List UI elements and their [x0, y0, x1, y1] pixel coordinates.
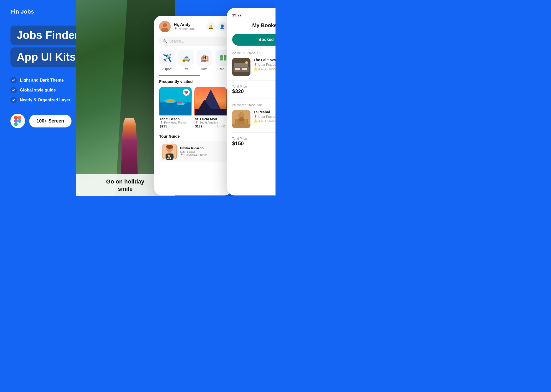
- user-location: 📍 Netherlands: [174, 27, 195, 31]
- booked-button[interactable]: Booked: [232, 34, 276, 46]
- tahiti-image: ❤️: [159, 87, 192, 115]
- check-icon-2: [10, 87, 17, 93]
- guide-price: $25 (1 Day): [180, 150, 207, 153]
- card1-header: Hi, Andy 📍 Netherlands 🔔 👤: [159, 21, 227, 32]
- lalit-price-value: $320: [232, 88, 276, 94]
- notification-button[interactable]: 🔔: [206, 22, 215, 31]
- tahiti-info: Tahiti Beach 📍 Polynesia, French $235: [159, 115, 192, 130]
- tahiti-location: 📍 Polynesia, French: [160, 121, 191, 124]
- check-icon-3: [10, 97, 17, 103]
- taj-rating: ⭐ 4.4 (41 Review: [254, 119, 276, 123]
- date-header-1: 22 march 2022, Thu: [232, 51, 276, 55]
- svg-rect-32: [235, 68, 240, 70]
- svg-rect-20: [178, 102, 182, 103]
- taj-location: 📍 Uttar Pradesh: [254, 115, 276, 119]
- svg-rect-12: [224, 55, 226, 58]
- svg-rect-4: [18, 116, 21, 119]
- svg-rect-41: [232, 124, 250, 128]
- tahiti-favorite-button[interactable]: ❤️: [183, 89, 190, 96]
- svg-rect-11: [220, 55, 223, 58]
- svg-rect-13: [220, 58, 223, 60]
- guide-info: Emilia Ricardo $25 (1 Day) 📍 Polynesia, …: [180, 146, 207, 157]
- search-bar[interactable]: 🔍 Search...: [159, 36, 227, 46]
- lalit-rating: ⭐ 4.4 (41 Review: [254, 67, 276, 71]
- feature-label-2: Global style guide: [20, 88, 56, 93]
- lalit-price-section: Total Price $320: [232, 85, 276, 99]
- destination-row: ❤️ Tahiti Beach 📍 Polynesia, French $235: [159, 87, 227, 130]
- lucia-location: 📍 South America: [195, 121, 226, 124]
- frequently-visited-title: Frequently visited: [159, 79, 227, 84]
- tahiti-name: Tahiti Beach: [160, 117, 191, 121]
- taj-booking-info: Taj Mahal 📍 Uttar Pradesh ⭐ 4.4 (41 Revi…: [254, 110, 276, 123]
- user-greeting: Hi, Andy: [174, 22, 195, 27]
- category-airport[interactable]: ✈️ Airport: [159, 50, 175, 71]
- booking-item-taj[interactable]: Taj Mahal 📍 Uttar Pradesh ⭐ 4.4 (41 Revi…: [232, 110, 276, 133]
- taj-price-section: Total Price $150: [232, 137, 276, 146]
- category-hotel[interactable]: 🏨 Hotel: [197, 50, 212, 71]
- guide-name: Emilia Ricardo: [180, 146, 207, 150]
- date-header-2: 25 march 2022, Sat: [232, 103, 276, 107]
- screen-count-badge: 100+ Screen: [29, 115, 71, 127]
- svg-rect-19: [168, 100, 173, 101]
- card1-action-icons: 🔔 👤: [206, 22, 227, 31]
- svg-rect-14: [224, 58, 226, 60]
- progress-bar: [159, 75, 200, 76]
- more-label: Mo...: [220, 67, 227, 71]
- search-icon: 🔍: [163, 39, 167, 43]
- lalit-location: 📍 Uttar Pradesh: [254, 63, 276, 66]
- lucia-image: [194, 87, 227, 115]
- svg-point-28: [166, 145, 173, 149]
- svg-rect-3: [14, 116, 18, 119]
- profile-button[interactable]: 👤: [218, 22, 227, 31]
- category-taxi[interactable]: 🚕 Taxi: [178, 50, 194, 71]
- taj-image: [232, 110, 250, 128]
- taj-hotel-photo: [232, 110, 250, 128]
- airport-label: Airport: [162, 67, 171, 71]
- lucia-name: St. Lucia Mou...: [195, 117, 226, 121]
- user-avatar: [159, 21, 171, 32]
- dest-card-lucia[interactable]: St. Lucia Mou... 📍 South America $182 4.…: [194, 87, 227, 130]
- taxi-icon-box: 🚕: [178, 50, 194, 66]
- location-pin-icon: 📍: [174, 27, 178, 31]
- svg-point-34: [245, 61, 248, 64]
- my-booked-title: My Booked: [232, 22, 276, 28]
- svg-rect-5: [14, 119, 18, 123]
- airport-icon-box: ✈️: [159, 50, 175, 66]
- check-icon-1: [10, 77, 17, 83]
- tour-guide-section: Tour Guide ⭐ 4.0 Emilia Ricardo $25 (1 D…: [159, 134, 227, 162]
- guide-card[interactable]: ⭐ 4.0 Emilia Ricardo $25 (1 Day) 📍 Polyn…: [159, 141, 227, 162]
- mobile-card-booked: 19:27 My Booked Booked 22 march 2022, Th…: [227, 8, 276, 195]
- svg-rect-39: [245, 119, 247, 124]
- guide-location: 📍 Polynesia, French: [180, 153, 207, 157]
- feature-label-3: Neatly & Organized Layer: [20, 98, 70, 102]
- taj-price-label: Total Price: [232, 137, 276, 140]
- mobile-card-travel: Hi, Andy 📍 Netherlands 🔔 👤 🔍 Search... ✈…: [154, 16, 232, 195]
- booking-item-lalit[interactable]: The Lalit New... 📍 Uttar Pradesh ⭐ 4.4 (…: [232, 58, 276, 81]
- lalit-hotel-photo: [232, 58, 250, 76]
- guide-avatar: ⭐ 4.0: [162, 144, 177, 159]
- lucia-price: $182: [195, 124, 202, 128]
- search-placeholder: Search...: [169, 39, 184, 43]
- lucia-info: St. Lucia Mou... 📍 South America $182 4.…: [194, 115, 227, 130]
- feature-label-1: Light and Dark Theme: [20, 78, 64, 83]
- figma-badge: [10, 114, 25, 128]
- tahiti-price-row: $235: [160, 124, 191, 128]
- status-bar-time: 19:27: [232, 13, 276, 17]
- svg-rect-6: [14, 123, 18, 126]
- svg-rect-16: [160, 102, 191, 115]
- svg-rect-38: [236, 119, 237, 124]
- svg-rect-33: [242, 68, 247, 70]
- lalit-booking-info: The Lalit New... 📍 Uttar Pradesh ⭐ 4.4 (…: [254, 58, 276, 71]
- lalit-name: The Lalit New...: [254, 58, 276, 62]
- category-row: ✈️ Airport 🚕 Taxi 🏨 Hotel Mo...: [159, 50, 227, 71]
- lalit-image: [232, 58, 250, 76]
- svg-point-40: [239, 117, 244, 121]
- tour-guide-title: Tour Guide: [159, 134, 227, 138]
- card1-user-info: Hi, Andy 📍 Netherlands: [174, 22, 195, 31]
- hotel-label: Hotel: [201, 67, 208, 71]
- taxi-label: Taxi: [183, 67, 188, 71]
- svg-point-9: [163, 23, 167, 27]
- lucia-price-row: $182 4.4 (32): [195, 124, 226, 128]
- lalit-price-label: Total Price: [232, 85, 276, 88]
- dest-card-tahiti[interactable]: ❤️ Tahiti Beach 📍 Polynesia, French $235: [159, 87, 192, 130]
